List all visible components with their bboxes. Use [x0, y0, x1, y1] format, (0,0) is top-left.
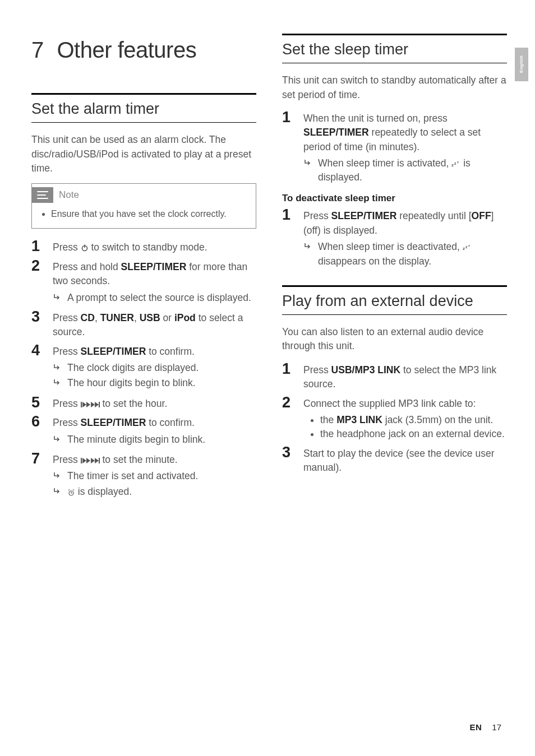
chapter-number: 7: [31, 38, 45, 62]
svg-marker-7: [86, 402, 90, 407]
note-box: Note Ensure that you have set the clock …: [31, 183, 256, 229]
step-body: Press and hold SLEEP/TIMER for more than…: [53, 258, 256, 306]
step-row: 6 Press SLEEP/TIMER to confirm. The minu…: [31, 414, 256, 448]
language-tab: English: [515, 48, 528, 81]
step-row: 2 Press and hold SLEEP/TIMER for more th…: [31, 258, 256, 306]
bullet-item: the MP3 LINK jack (3.5mm) on the unit.: [320, 413, 507, 427]
step-body: When the unit is turned on, press SLEEP/…: [303, 110, 507, 186]
arrow-icon: [53, 469, 62, 480]
svg-marker-13: [86, 458, 90, 463]
step-number: 5: [31, 395, 44, 411]
step-row: 7 Press to set the minute. The timer is …: [31, 451, 256, 500]
arrow-icon: [53, 485, 62, 496]
step-number: 3: [282, 445, 294, 475]
section-external-device: Play from an external device: [282, 285, 507, 315]
step-body: Press to set the minute. The timer is se…: [53, 451, 256, 500]
svg-text:z: z: [457, 160, 459, 164]
step-row: 5 Press to set the hour.: [31, 395, 256, 411]
svg-text:z: z: [468, 244, 470, 247]
step-body: Connect the supplied MP3 link cable to: …: [303, 395, 507, 442]
step-number: 3: [31, 309, 44, 340]
right-column: Set the sleep timer This unit can switch…: [282, 34, 507, 503]
left-column: 7 Other features Set the alarm timer Thi…: [31, 34, 256, 503]
footer-page-number: 17: [492, 721, 501, 734]
svg-marker-9: [95, 402, 99, 407]
svg-marker-8: [91, 402, 95, 407]
skip-icon: [81, 398, 100, 409]
svg-rect-11: [81, 458, 82, 463]
step-number: 2: [31, 258, 44, 306]
note-item: Ensure that you have set the clock corre…: [51, 207, 247, 220]
step-body: Press USB/MP3 LINK to select the MP3 lin…: [303, 361, 507, 392]
arrow-icon: [303, 240, 312, 251]
step-body: Press to switch to standby mode.: [53, 239, 256, 254]
note-icon: [32, 187, 53, 203]
step-body: Press to set the hour.: [53, 395, 256, 411]
power-icon: [81, 242, 89, 253]
deactivate-heading: To deactivate sleep timer: [282, 192, 507, 206]
step-row: 3 Press CD, TUNER, USB or iPod to select…: [31, 309, 256, 340]
arrow-icon: [53, 291, 62, 302]
svg-marker-14: [91, 458, 95, 463]
zzz-icon: zzz: [463, 241, 472, 252]
step-row: 1 Press USB/MP3 LINK to select the MP3 l…: [282, 361, 507, 392]
step-row: 3 Start to play the device (see the devi…: [282, 445, 507, 475]
step-number: 2: [282, 395, 294, 442]
note-label: Note: [59, 188, 79, 202]
svg-text:z: z: [451, 163, 454, 168]
svg-line-20: [68, 489, 70, 490]
step-row: 2 Connect the supplied MP3 link cable to…: [282, 395, 507, 442]
step-body: Press SLEEP/TIMER repeatedly until [OFF]…: [303, 207, 507, 270]
arrow-icon: [53, 376, 62, 387]
page-footer: EN 17: [469, 721, 501, 734]
svg-text:z: z: [454, 161, 456, 165]
ext-intro: You can also listen to an external audio…: [282, 325, 507, 354]
step-row: 4 Press SLEEP/TIMER to confirm. The cloc…: [31, 343, 256, 392]
footer-language: EN: [469, 721, 482, 734]
chapter-title: 7 Other features: [31, 34, 256, 66]
step-number: 7: [31, 451, 44, 500]
step-number: 1: [31, 239, 44, 254]
arrow-icon: [53, 433, 62, 444]
zzz-icon: zzz: [451, 157, 460, 169]
step-number: 1: [282, 110, 294, 186]
step-row: 1 Press to switch to standby mode.: [31, 239, 256, 254]
step-row: 1 When the unit is turned on, press SLEE…: [282, 110, 507, 186]
section-alarm-timer: Set the alarm timer: [31, 93, 256, 123]
step-body: Press SLEEP/TIMER to confirm. The minute…: [53, 414, 256, 448]
step-number: 1: [282, 361, 294, 392]
skip-icon: [81, 454, 100, 465]
svg-marker-15: [95, 458, 99, 463]
step-body: Press SLEEP/TIMER to confirm. The clock …: [53, 343, 256, 392]
step-number: 4: [31, 343, 44, 392]
svg-rect-5: [81, 402, 82, 407]
step-body: Press CD, TUNER, USB or iPod to select a…: [53, 309, 256, 340]
arrow-icon: [303, 156, 312, 168]
chapter-title-text: Other features: [57, 38, 196, 62]
step-number: 6: [31, 414, 44, 448]
svg-marker-6: [82, 402, 86, 407]
alarm-icon: [67, 486, 75, 497]
step-row: 1 Press SLEEP/TIMER repeatedly until [OF…: [282, 207, 507, 270]
step-number: 1: [282, 207, 294, 270]
svg-text:z: z: [463, 246, 465, 251]
alarm-intro: This unit can be used as an alarm clock.…: [31, 133, 256, 175]
svg-marker-12: [82, 458, 86, 463]
sleep-intro: This unit can switch to standby automati…: [282, 73, 507, 102]
step-body: Start to play the device (see the device…: [303, 445, 507, 475]
arrow-icon: [53, 361, 62, 372]
section-sleep-timer: Set the sleep timer: [282, 34, 507, 63]
svg-line-21: [73, 489, 74, 490]
svg-text:z: z: [465, 245, 468, 249]
bullet-item: the headphone jack on an external device…: [320, 427, 507, 441]
